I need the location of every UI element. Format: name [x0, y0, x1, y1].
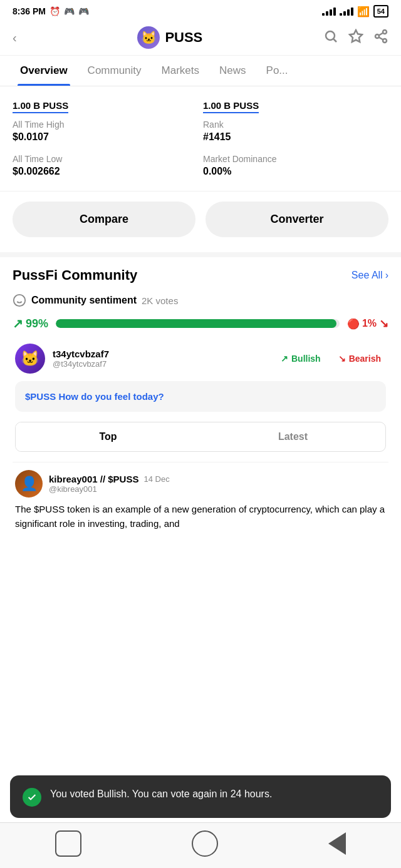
bearish-arrow-icon: ↘ — [338, 354, 346, 364]
market-dom-label: Market Dominance — [203, 154, 388, 164]
toast-check-icon — [23, 788, 41, 807]
sentiment-icon — [13, 294, 26, 307]
converter-button[interactable]: Converter — [206, 202, 388, 237]
tab-latest[interactable]: Latest — [200, 422, 385, 451]
atl-label: All Time Low — [13, 154, 198, 164]
toast-message: You voted Bullish. You can vote again in… — [50, 787, 272, 802]
header-center: 🐱 PUSS — [137, 26, 202, 49]
user-handle: @t34ytcvbzaf7 — [53, 359, 268, 369]
sentiment-progress-bar — [56, 319, 340, 328]
game-icon1: 🎮 — [64, 6, 75, 16]
svg-point-5 — [383, 39, 387, 43]
svg-point-3 — [383, 30, 387, 34]
post-item: 👤 kibreay001 // $PUSS 14 Dec @kibreay001… — [13, 462, 388, 538]
wifi-icon: 📶 — [357, 6, 370, 18]
signal-bars2 — [340, 8, 353, 16]
back-button[interactable]: ‹ — [13, 31, 17, 45]
status-left: 8:36 PM ⏰ 🎮 🎮 — [13, 6, 89, 16]
community-title: PussFi Community — [13, 267, 137, 283]
back-nav-button[interactable] — [328, 832, 346, 855]
page-title: PUSS — [165, 29, 202, 46]
bearish-button[interactable]: ↘ Bearish — [333, 351, 386, 366]
post-text: The $PUSS token is an example of a new g… — [15, 503, 386, 531]
game-icon2: 🎮 — [78, 6, 89, 16]
status-right: 📶 54 — [322, 5, 388, 18]
supply-value-left: 1.00 B PUSS — [13, 100, 68, 113]
post-date: 14 Dec — [143, 474, 169, 484]
home-button[interactable] — [55, 830, 81, 857]
comment-placeholder: $PUSS How do you feel today? — [25, 391, 376, 402]
ath-value: $0.0107 — [13, 131, 198, 143]
share-icon[interactable] — [373, 29, 388, 46]
svg-point-8 — [14, 295, 25, 306]
nav-tabs: Overview Community Markets News Po... — [0, 56, 401, 86]
sentiment-bar-row: ↗ 99% 🔴 1% ↘ — [13, 316, 388, 331]
tab-markets[interactable]: Markets — [152, 56, 209, 86]
see-all-button[interactable]: See All › — [352, 270, 388, 281]
alarm-icon: ⏰ — [49, 6, 60, 16]
supply-value-right: 1.00 B PUSS — [203, 100, 259, 113]
svg-marker-2 — [350, 30, 362, 42]
post-avatar: 👤 — [15, 470, 43, 498]
compare-button[interactable]: Compare — [13, 202, 195, 237]
header: ‹ 🐱 PUSS — [0, 20, 401, 56]
stats-grid: 1.00 B PUSS All Time High $0.0107 All Ti… — [0, 86, 401, 191]
supply-left: 1.00 B PUSS All Time High $0.0107 All Ti… — [13, 96, 198, 181]
battery: 54 — [373, 5, 388, 18]
bear-percentage: 🔴 1% ↘ — [347, 317, 388, 330]
vote-buttons: ↗ Bullish ↘ Bearish — [276, 351, 386, 366]
feed-tabs: Top Latest — [15, 422, 386, 452]
coin-icon: 🐱 — [137, 26, 160, 49]
rank-value: #1415 — [203, 131, 388, 143]
svg-line-6 — [379, 38, 383, 40]
community-header: PussFi Community See All › — [13, 267, 388, 283]
bullish-arrow-icon: ↗ — [281, 354, 288, 364]
ath-label: All Time High — [13, 120, 198, 130]
votes-count: 2K votes — [142, 295, 178, 306]
post-user-info: kibreay001 // $PUSS 14 Dec @kibreay001 — [49, 474, 386, 494]
bottom-nav-bar — [0, 822, 401, 868]
svg-line-7 — [379, 33, 383, 36]
sentiment-label: Community sentiment — [31, 295, 137, 306]
bullish-button[interactable]: ↗ Bullish — [276, 351, 326, 366]
community-section: PussFi Community See All › Community sen… — [0, 257, 401, 544]
sentiment-progress-fill — [56, 319, 336, 328]
comment-input-area[interactable]: $PUSS How do you feel today? — [15, 381, 386, 412]
tab-top[interactable]: Top — [16, 422, 200, 451]
tab-portfolio[interactable]: Po... — [256, 56, 298, 86]
svg-point-0 — [326, 31, 335, 40]
user-avatar: 🐱 — [15, 344, 45, 374]
username: t34ytcvbzaf7 — [53, 349, 268, 359]
toast-notification: You voted Bullish. You can vote again in… — [10, 775, 391, 818]
action-buttons: Compare Converter — [0, 191, 401, 252]
post-handle: @kibreay001 — [49, 484, 386, 494]
supply-right: 1.00 B PUSS Rank #1415 Market Dominance … — [203, 96, 388, 181]
signal-bars — [322, 8, 336, 16]
tab-news[interactable]: News — [209, 56, 256, 86]
user-info: t34ytcvbzaf7 @t34ytcvbzaf7 — [53, 349, 268, 369]
tab-overview[interactable]: Overview — [10, 56, 78, 86]
divider — [0, 252, 401, 257]
svg-line-1 — [334, 39, 337, 43]
time: 8:36 PM — [13, 6, 46, 16]
rank-label: Rank — [203, 120, 388, 130]
bull-percentage: ↗ 99% — [13, 316, 48, 331]
sentiment-row: Community sentiment 2K votes — [13, 294, 388, 307]
tab-community[interactable]: Community — [78, 56, 152, 86]
user-sentiment-row: 🐱 t34ytcvbzaf7 @t34ytcvbzaf7 ↗ Bullish ↘… — [13, 344, 388, 374]
post-username: kibreay001 // $PUSS — [49, 474, 138, 484]
post-header: 👤 kibreay001 // $PUSS 14 Dec @kibreay001 — [15, 470, 386, 498]
market-dom-value: 0.00% — [203, 166, 388, 177]
header-actions — [323, 29, 388, 46]
status-bar: 8:36 PM ⏰ 🎮 🎮 📶 54 — [0, 0, 401, 20]
star-icon[interactable] — [348, 29, 363, 46]
search-icon[interactable] — [323, 29, 338, 46]
home-circle-button[interactable] — [192, 830, 218, 857]
svg-point-4 — [375, 34, 379, 38]
atl-value: $0.002662 — [13, 166, 198, 177]
